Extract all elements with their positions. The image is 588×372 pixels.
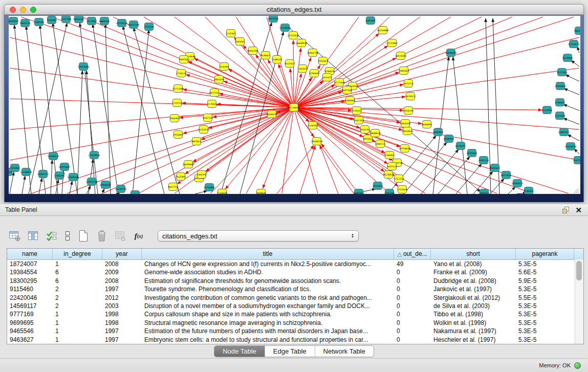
table-cell: 5.6E-5 (516, 268, 574, 276)
table-row[interactable]: 977716911998Corpus callosum shape and si… (7, 310, 583, 318)
graph-edge (22, 176, 25, 194)
table-row[interactable]: 1456911722003Disruption of a novel membe… (7, 302, 583, 310)
delete-table-icon[interactable] (113, 228, 128, 244)
table-row[interactable]: 1938455462009Genome-wide association stu… (7, 268, 583, 276)
table-cell: 6 (53, 268, 102, 276)
function-builder-icon[interactable]: f(x) (131, 228, 146, 244)
graph-edge (195, 191, 207, 194)
graph-node-label: 15751074 (568, 43, 580, 46)
table-cell: 0 (394, 302, 431, 310)
table-cell: 2 (53, 294, 102, 302)
table-select-dropdown[interactable]: citations_edges.txt ▲▼ (158, 230, 359, 242)
table-cell: 5.3E-5 (516, 319, 574, 327)
graph-node-label: 19384554 (311, 140, 323, 143)
graph-edge (321, 144, 359, 194)
table-cell: Hescheler et al. (1997) (431, 336, 516, 344)
memory-status-label: Memory: OK (539, 359, 571, 372)
graph-node-label: 8454749 (248, 50, 258, 52)
table-cell: 1 (53, 319, 102, 327)
delete-trash-icon[interactable] (94, 228, 110, 244)
minimize-window-icon[interactable] (20, 7, 26, 13)
graph-edge (565, 75, 579, 81)
graph-node-label: 16640910 (296, 42, 308, 45)
network-canvas[interactable]: 1650063940557427691467528341135729610653… (9, 16, 580, 194)
table-row[interactable]: 911546021997Tourette syndrome. Phenomeno… (7, 285, 583, 293)
canvas-resize-grip[interactable] (578, 192, 579, 193)
column-header-short[interactable]: short (431, 249, 516, 259)
column-header-year[interactable]: year (102, 249, 142, 259)
table-cell: 2 (53, 285, 102, 293)
graph-node-label: 12213967 (386, 42, 398, 45)
table-row[interactable]: 1830029562008Estimation of significance … (7, 277, 583, 285)
table-row[interactable]: 946362711997Embryonic stem cells: a mode… (7, 336, 583, 344)
graph-node-label: 1047293 (354, 119, 364, 122)
graph-node-label: 391594 (9, 171, 12, 173)
table-cell: 5.3E-5 (516, 260, 574, 268)
create-column-icon[interactable] (76, 228, 91, 244)
graph-edge (294, 107, 461, 193)
graph-node-label: 10975887 (59, 166, 71, 168)
graph-node-label: 8471676 (501, 174, 511, 177)
graph-node-label: 9405574 (20, 22, 30, 25)
graph-node-label: 19654923 (402, 130, 413, 133)
graph-node-label: 8497568 (342, 89, 352, 92)
table-panel-body: f(x) citations_edges.txt ▲▼ namein_degre… (0, 216, 588, 358)
graph-node-label: 1534545 (308, 124, 318, 127)
column-header-pagerank[interactable]: pagerank (516, 249, 574, 259)
table-cell: Embryonic stem cells: a model to study s… (142, 336, 394, 344)
scrollbar-thumb[interactable] (576, 261, 582, 280)
table-cell: 0 (394, 268, 431, 276)
zoom-window-icon[interactable] (30, 7, 36, 13)
table-cell: 1998 (102, 310, 142, 318)
graph-node-label: 1663041 (235, 40, 245, 43)
graph-node-label: 7528341 (47, 19, 57, 21)
graph-edge (433, 57, 449, 194)
table-cell: 1998 (102, 319, 142, 327)
table-cell: 2009 (102, 268, 142, 276)
table-scrollbar[interactable] (575, 259, 583, 344)
graph-edge (56, 180, 58, 194)
graph-node-label: 18724007 (288, 106, 300, 109)
status-bar: Memory: OK (0, 358, 588, 372)
table-cell: 2012 (102, 294, 142, 302)
graph-edge (294, 17, 389, 107)
memory-ok-icon[interactable] (574, 362, 581, 369)
close-panel-icon[interactable]: ✕ (575, 205, 582, 216)
show-columns-icon[interactable] (26, 228, 41, 244)
close-window-icon[interactable] (10, 7, 16, 13)
table-row[interactable]: 2242004622012Investigating the contribut… (7, 294, 583, 302)
window-titlebar[interactable]: citations_edges.txt (4, 4, 584, 15)
table-mode-icon[interactable] (62, 228, 73, 244)
table-cell: 1 (53, 260, 102, 268)
window-title: citations_edges.txt (5, 5, 583, 14)
float-panel-icon[interactable] (562, 206, 570, 214)
table-row[interactable]: 969969511998Structural magnetic resonanc… (7, 319, 583, 327)
graph-node-label: 1167533 (573, 159, 580, 162)
table-cell: 0 (394, 327, 431, 335)
column-header-name[interactable]: name (7, 249, 53, 259)
dropdown-arrows-icon: ▲▼ (351, 233, 354, 238)
column-header-in_degree[interactable]: in_degree (53, 249, 102, 259)
tab-network-table[interactable]: Network Table (315, 346, 374, 357)
tab-edge-table[interactable]: Edge Table (265, 346, 315, 357)
graph-node-label: 16958107 (100, 184, 112, 186)
table-settings-icon[interactable] (7, 228, 23, 244)
select-rows-icon[interactable] (44, 228, 59, 244)
table-toolbar: f(x) citations_edges.txt ▲▼ (7, 227, 359, 245)
table-cell: de Silva et al. (2003) (431, 302, 516, 310)
tab-node-table[interactable]: Node Table (214, 346, 265, 357)
table-cell: Wolkin et al. (1998) (431, 319, 516, 327)
column-header-title[interactable]: title (142, 249, 394, 259)
graph-node-label: 1621072 (322, 76, 332, 79)
table-row[interactable]: 1872400712008Changes of HCN gene express… (7, 260, 583, 268)
graph-edge (93, 24, 118, 194)
table-cell: 1 (53, 327, 102, 335)
traffic-lights (10, 7, 36, 13)
graph-node-label: 11156839 (20, 171, 32, 173)
column-header-out_de[interactable]: △out_de... (394, 249, 431, 259)
graph-edge (574, 149, 579, 154)
table-cell: Investigating the contribution of common… (142, 294, 394, 302)
table-cell: Estimation of the future numbers of pati… (142, 327, 394, 335)
graph-node-label: 1192346 (384, 192, 395, 194)
table-row[interactable]: 946554611997Estimation of the future num… (7, 327, 583, 335)
